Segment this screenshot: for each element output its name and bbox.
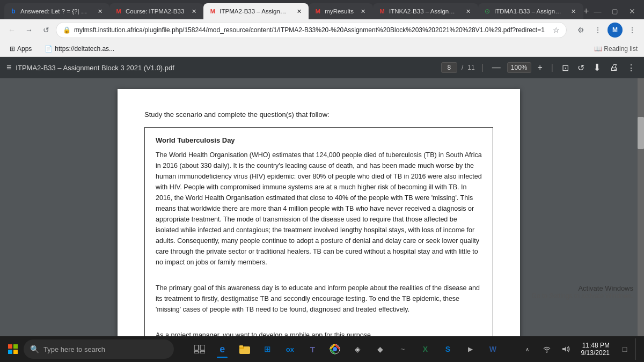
tab-5[interactable]: M ITNKA2-B33 – Assignment B ✕ bbox=[373, 3, 478, 19]
tab-1-close[interactable]: ✕ bbox=[96, 7, 104, 16]
tab-6-title: ITDMA1-B33 – Assignment bbox=[494, 8, 564, 14]
pdf-scrollbar[interactable] bbox=[638, 78, 644, 336]
taskbar-word[interactable]: W bbox=[482, 338, 503, 360]
pdf-page-controls: / 11 | — 100% + | ⊡ ↺ bbox=[441, 62, 587, 74]
wifi-icon bbox=[543, 345, 551, 353]
browser-menu-button[interactable]: ⋮ bbox=[625, 23, 640, 38]
taskbar-teams[interactable]: T bbox=[302, 338, 323, 360]
taskbar-search-icon: 🔍 bbox=[30, 345, 39, 353]
extensions-button[interactable]: ⚙ bbox=[573, 23, 588, 38]
reading-list-button[interactable]: 📖 Reading list bbox=[594, 45, 638, 53]
svg-point-12 bbox=[333, 347, 337, 351]
show-desktop-button[interactable] bbox=[635, 338, 638, 360]
minimize-button[interactable]: — bbox=[589, 3, 606, 19]
pdf-menu-icon[interactable]: ≡ bbox=[6, 63, 11, 72]
tab-4-title: myResults bbox=[325, 8, 354, 14]
task-view-icon bbox=[194, 345, 205, 353]
taskbar-app2[interactable]: ◆ bbox=[369, 338, 391, 360]
address-bar[interactable]: 🔒 mylmsft.institution.africa/pluginfile.… bbox=[56, 22, 567, 38]
bookmark-star-icon[interactable]: ☆ bbox=[553, 26, 560, 34]
svg-point-13 bbox=[546, 352, 547, 353]
taskbar-store[interactable]: ⊞ bbox=[257, 338, 278, 360]
refresh-button[interactable]: ↺ bbox=[39, 23, 54, 38]
svg-rect-0 bbox=[8, 344, 12, 349]
svg-rect-6 bbox=[194, 351, 199, 353]
activate-subtitle: Go to Settings to activate Windows. bbox=[532, 292, 633, 300]
tab-1-title: Answered: Let ? = {?| ? ?? ? X bbox=[20, 8, 90, 14]
apps-bookmark-label: Apps bbox=[17, 45, 32, 53]
account-settings-button[interactable]: ⋮ bbox=[590, 23, 605, 38]
profile-button[interactable]: M bbox=[608, 23, 623, 38]
pdf-page-input[interactable] bbox=[441, 62, 457, 73]
restore-button[interactable]: ▢ bbox=[606, 3, 624, 19]
chrome-icon bbox=[330, 344, 340, 354]
taskbar-pinned-apps: e ⊞ ox T ◈ ◆ ~ bbox=[174, 338, 519, 360]
tab-3-favicon: M bbox=[209, 8, 216, 15]
pdf-paragraph3: As a project manager, you want to develo… bbox=[156, 330, 482, 336]
volume-icon bbox=[562, 345, 570, 353]
taskbar-outlook[interactable]: ox bbox=[279, 338, 301, 360]
activate-title: Activate Windows bbox=[532, 284, 633, 292]
taskbar-task-view[interactable] bbox=[189, 338, 210, 360]
tab-5-close[interactable]: ✕ bbox=[464, 7, 473, 16]
taskbar-s-app[interactable]: S bbox=[437, 338, 458, 360]
taskbar-search-bar[interactable]: 🔍 Type here to search bbox=[24, 339, 174, 359]
address-text: mylmsft.institution.africa/pluginfile.ph… bbox=[74, 26, 550, 34]
tab-2-title: Course: ITPMA2-B33 bbox=[126, 8, 184, 14]
tab-2-close[interactable]: ✕ bbox=[189, 7, 198, 16]
taskbar-file-explorer[interactable] bbox=[234, 338, 255, 360]
tab-2[interactable]: M Course: ITPMA2-B33 ✕ bbox=[109, 3, 203, 19]
forward-button[interactable]: → bbox=[21, 23, 36, 38]
close-window-button[interactable]: ✕ bbox=[624, 3, 641, 19]
tray-expand-icon[interactable]: ∧ bbox=[519, 341, 536, 358]
new-tab-button[interactable]: + bbox=[583, 3, 589, 19]
tab-3[interactable]: M ITPMA2-B33 – Assignment ✕ bbox=[203, 3, 309, 19]
taskbar-app3[interactable]: ~ bbox=[392, 338, 413, 360]
tab-6[interactable]: ⊙ ITDMA1-B33 – Assignment ✕ bbox=[478, 3, 583, 19]
tray-volume-icon[interactable] bbox=[558, 341, 575, 358]
tab-1[interactable]: b Answered: Let ? = {?| ? ?? ? X ✕ bbox=[4, 3, 109, 19]
pdf-scenario-box: World Tuberculosis Day The World Health … bbox=[144, 127, 493, 336]
tab-4[interactable]: M myResults ✕ bbox=[309, 3, 373, 19]
taskbar-app4[interactable]: ▶ bbox=[459, 338, 481, 360]
taskbar-chrome[interactable] bbox=[324, 338, 346, 360]
deltatech-favicon: 📄 bbox=[45, 45, 53, 53]
pdf-scrollbar-thumb[interactable] bbox=[638, 117, 644, 149]
svg-rect-4 bbox=[194, 345, 199, 350]
pdf-download-button[interactable]: ⬇ bbox=[591, 61, 603, 75]
tab-5-title: ITNKA2-B33 – Assignment B bbox=[389, 8, 459, 14]
tray-wifi-icon[interactable] bbox=[538, 341, 555, 358]
taskbar-app1[interactable]: ◈ bbox=[347, 338, 368, 360]
apps-bookmark-icon: ⊞ bbox=[10, 45, 15, 53]
svg-rect-1 bbox=[13, 344, 18, 349]
bookmark-deltatech[interactable]: 📄 https://deltatech.as... bbox=[41, 44, 118, 54]
pdf-more-button[interactable]: ⋮ bbox=[625, 62, 638, 74]
taskbar-excel[interactable]: X bbox=[414, 338, 436, 360]
pdf-print-button[interactable]: 🖨 bbox=[608, 62, 620, 73]
notification-center-button[interactable]: □ bbox=[616, 341, 633, 358]
pdf-zoom-in-button[interactable]: + bbox=[536, 62, 545, 73]
svg-rect-10 bbox=[239, 345, 243, 348]
svg-rect-2 bbox=[8, 350, 12, 354]
pdf-content-wrapper: Study the scenario and complete the ques… bbox=[0, 78, 644, 336]
back-button[interactable]: ← bbox=[4, 23, 19, 38]
pdf-fit-page-button[interactable]: ⊡ bbox=[560, 62, 571, 74]
tab-3-title: ITPMA2-B33 – Assignment bbox=[219, 8, 289, 14]
tab-6-close[interactable]: ✕ bbox=[569, 7, 578, 16]
browser-navigation-bar: ← → ↺ 🔒 mylmsft.institution.africa/plugi… bbox=[0, 19, 644, 41]
tab-4-close[interactable]: ✕ bbox=[359, 7, 368, 16]
tab-3-close[interactable]: ✕ bbox=[295, 7, 303, 16]
pdf-scenario-intro: Study the scenario and complete the ques… bbox=[144, 110, 493, 119]
bookmark-apps[interactable]: ⊞ Apps bbox=[6, 44, 35, 54]
pdf-zoom-out-button[interactable]: — bbox=[490, 62, 503, 73]
browser-chrome: b Answered: Let ? = {?| ? ?? ? X ✕ M Cou… bbox=[0, 0, 644, 57]
pdf-rotate-button[interactable]: ↺ bbox=[575, 62, 587, 74]
pdf-viewer: ≡ ITPMA2-B33 – Assignment Block 3 2021 (… bbox=[0, 57, 644, 336]
taskbar-clock[interactable]: 11:48 PM 9/13/2021 bbox=[577, 342, 614, 357]
pdf-action-buttons: ⬇ 🖨 ⋮ bbox=[591, 61, 638, 75]
pdf-box-title: World Tuberculosis Day bbox=[156, 136, 482, 144]
svg-rect-5 bbox=[200, 345, 205, 350]
start-button[interactable] bbox=[2, 338, 24, 360]
taskbar-edge[interactable]: e bbox=[211, 338, 233, 360]
system-tray: ∧ 11:48 PM 9/13/2021 □ bbox=[519, 338, 642, 360]
